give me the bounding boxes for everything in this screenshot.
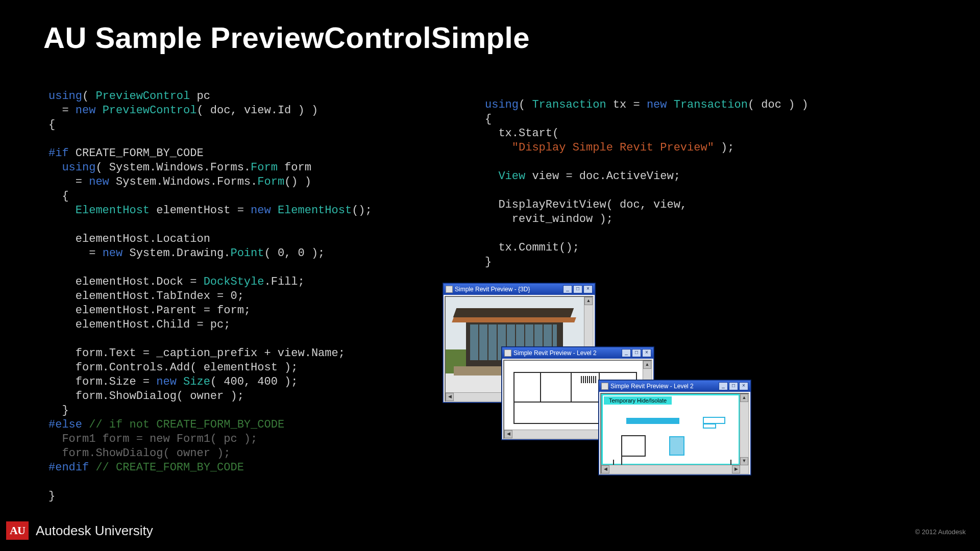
- code-block-left: using( PreviewControl pc = new PreviewCo…: [48, 89, 372, 504]
- au-logo-badge: AU: [6, 521, 29, 540]
- titlebar: Simple Revit Preview - {3D} _ □ ×: [444, 284, 595, 295]
- copyright: © 2012 Autodesk: [915, 528, 966, 536]
- maximize-button[interactable]: □: [632, 349, 641, 357]
- au-logo-text: Autodesk University: [36, 523, 153, 539]
- close-button[interactable]: ×: [642, 349, 651, 357]
- scrollbar-vertical[interactable]: ▲▼: [740, 394, 748, 465]
- minimize-button[interactable]: _: [563, 285, 572, 293]
- titlebar: Simple Revit Preview - Level 2 _ □ ×: [502, 347, 653, 359]
- maximize-button[interactable]: □: [573, 285, 582, 293]
- maximize-button[interactable]: □: [729, 382, 738, 390]
- window-title: Simple Revit Preview - Level 2: [610, 383, 694, 390]
- minimize-button[interactable]: _: [719, 382, 728, 390]
- app-icon: [446, 286, 453, 293]
- window-title: Simple Revit Preview - {3D}: [455, 286, 530, 293]
- scrollbar-horizontal[interactable]: ◀▶: [601, 465, 740, 473]
- slide-title: AU Sample PreviewControlSimple: [43, 20, 530, 55]
- code-block-right: using( Transaction tx = new Transaction(…: [485, 98, 808, 269]
- floorplan-isolate: Temporary Hide/Isolate: [601, 394, 740, 465]
- close-button[interactable]: ×: [739, 382, 748, 390]
- close-button[interactable]: ×: [583, 285, 593, 293]
- temporary-hide-isolate-tag: Temporary Hide/Isolate: [604, 396, 672, 405]
- app-icon: [504, 349, 511, 357]
- minimize-button[interactable]: _: [622, 349, 631, 357]
- preview-window-level2-b: Simple Revit Preview - Level 2 _ □ × Tem…: [599, 380, 751, 475]
- footer: AU Autodesk University: [6, 521, 153, 540]
- app-icon: [601, 383, 608, 390]
- screenshot-cluster: Simple Revit Preview - {3D} _ □ × ▲▼ ◀▶ …: [443, 283, 734, 477]
- window-title: Simple Revit Preview - Level 2: [513, 349, 597, 357]
- titlebar: Simple Revit Preview - Level 2 _ □ ×: [599, 381, 750, 392]
